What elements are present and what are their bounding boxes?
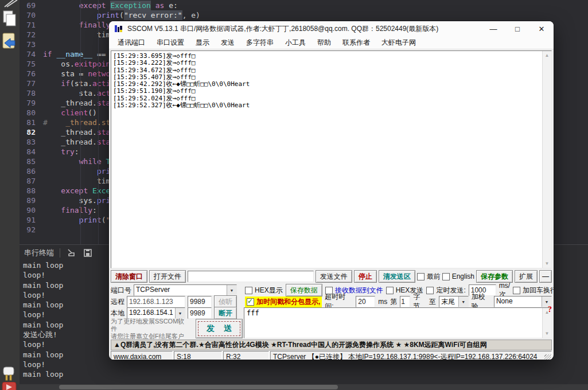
code-segment: as [155,1,165,10]
file-path-input[interactable] [188,271,314,282]
listen-button[interactable]: 侦听 [214,295,237,308]
code-segment [43,166,97,176]
disconnect-button[interactable]: 断开 [214,307,237,319]
code-segment: _thread. [43,137,97,147]
line-number: 78 [20,88,36,98]
stop-button[interactable]: 停止 [354,270,377,283]
send-button[interactable]: 发 送 [196,319,243,338]
code-segment: finally [79,20,111,30]
send-textarea[interactable]: fff ▲ ▼ [244,307,552,338]
hex-show-checkbox[interactable]: HEX显示 [245,286,283,295]
code-segment: _thread.sta [48,118,115,127]
topmost-checkbox[interactable]: 最前 [417,272,441,282]
help-question-icon[interactable]: ? [548,305,552,314]
code-segment [52,49,57,59]
receive-scrollbar[interactable]: ▲ ▼ [542,51,551,268]
stop-icon[interactable] [1,382,18,390]
save-data-button[interactable]: 保存数据 [286,284,322,297]
menu-item[interactable]: 大虾电子网 [376,37,421,49]
code-segment [43,79,61,88]
copy-pages-icon[interactable] [1,10,18,30]
paste-doc-icon[interactable] [1,32,18,53]
scroll-down-icon[interactable]: ▼ [543,259,551,268]
collapse-button[interactable]: — [539,270,552,283]
menu-item[interactable]: 通讯端口 [112,37,150,49]
code-segment: if [61,79,70,88]
maximize-button[interactable]: □ [505,21,529,36]
line-number: 85 [20,157,36,166]
code-segment [106,1,111,10]
chevron-down-icon: ▼ [227,285,236,295]
byte-num-input[interactable] [400,296,410,307]
port-label: 端口号 [111,286,131,295]
open-file-button[interactable]: 打开文件 [149,270,186,283]
menu-item[interactable]: 串口设置 [151,37,189,49]
code-segment: client [61,108,88,118]
remote-port-input[interactable] [188,296,212,307]
line-number: 69 [20,1,36,10]
line-number: 83 [20,137,36,147]
line-number: 92 [20,225,36,235]
english-checkbox[interactable]: English [442,272,474,280]
menu-item[interactable]: 显示 [190,37,215,49]
title-bar[interactable]: SSCOM V5.13.1 串口/网络数据调试器,作者:大虾丁丁,2618058… [109,21,554,36]
code-segment [43,186,61,196]
chevron-down-icon: ▼ [458,297,468,307]
clear-window-button[interactable]: 清除窗口 [111,270,147,283]
timeout-unit-label: ms [378,298,387,306]
code-segment: sys. [43,196,97,205]
scroll-down-icon[interactable]: ▼ [543,329,551,338]
line-number: 87 [20,176,36,186]
code-segment: os. [43,59,75,69]
line-number: 71 [20,20,36,30]
menu-item[interactable]: 帮助 [312,37,336,49]
line-number: 77 [20,79,36,88]
code-segment: sta. [43,88,97,98]
code-segment: except [79,1,106,10]
divider [60,248,60,258]
local-port-input[interactable] [188,307,212,319]
timeout-input[interactable] [356,296,375,307]
checksum-combobox[interactable]: None▼ [494,296,552,307]
window-title: SSCOM V5.13.1 串口/网络数据调试器,作者:大虾丁丁,2618058… [127,24,481,34]
menu-item[interactable]: 小工具 [280,37,311,49]
menu-item[interactable]: 多字符串 [241,37,279,49]
receive-area[interactable]: [15:29:33.695]发→◇fff□[15:29:34.222]发→◇ff… [111,50,552,268]
sscom-logo-icon [114,24,123,33]
terminal-hscrollbar[interactable] [20,384,588,390]
code-segment: time [43,176,115,186]
code-segment: _thread. [43,127,97,137]
code-segment [43,108,61,118]
status-bar: www.daxia.com S:18 R:32 TCPserver 【●已连接】… [111,351,552,360]
remote-ip-input[interactable] [127,296,185,307]
extend-button[interactable]: 扩展 [515,270,538,283]
close-button[interactable]: ✕ [529,21,554,36]
code-segment: ( [102,215,106,225]
timed-send-checkbox[interactable]: 定时发送: [426,286,465,295]
send-file-button[interactable]: 发送文件 [316,270,352,283]
code-segment [151,1,155,10]
status-site[interactable]: www.daxia.com [111,351,173,360]
line-number: 82 [20,127,36,137]
timestamp-checkbox[interactable]: 加时间戳和分包显示, [245,297,322,307]
menu-item[interactable]: 联系作者 [337,37,375,49]
code-segment: (sta. [70,79,92,88]
code-line: 70 print("recv error:", e) [20,10,588,20]
log-line: [15:29:51.190]发→◇fff□ [113,88,551,95]
scrollbar-thumb[interactable] [59,385,338,389]
resize-grip[interactable] [544,354,551,360]
byte-prefix-label: 第 [390,297,397,307]
code-segment [43,215,79,225]
to-combobox[interactable]: 末尾▼ [439,296,469,307]
scroll-up-icon[interactable]: ▲ [543,51,551,60]
menu-item[interactable]: 发送 [216,37,240,49]
save-terminal-icon[interactable] [83,248,92,258]
tool-icon[interactable] [3,0,18,10]
add-crlf-checkbox[interactable]: 加回车换行 [513,286,554,295]
line-number: 76 [20,69,36,79]
code-segment: _thread. [43,98,97,108]
clear-send-button[interactable]: 清发送区 [379,270,415,283]
minimize-button[interactable]: — [481,21,505,36]
clear-terminal-icon[interactable] [66,248,76,258]
port-combobox[interactable]: TCPServer▼ [134,284,237,296]
